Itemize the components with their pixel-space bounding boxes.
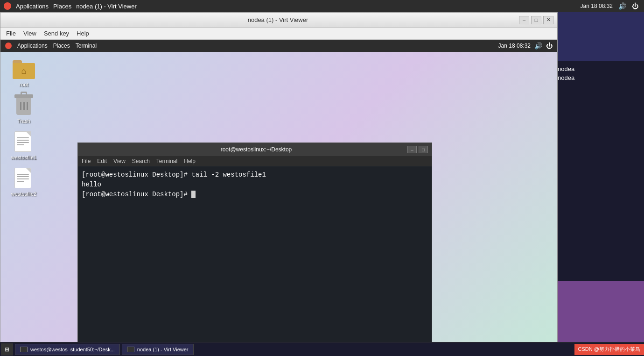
host-task-btn-1[interactable]: westos@westos_student50:~/Desk... [15, 344, 120, 355]
icon-label-trash: Trash [17, 118, 30, 124]
guest-apps-icon [5, 43, 12, 49]
host-topbar-left: Applications Places nodea (1) - Virt Vie… [0, 2, 137, 10]
host-places-label[interactable]: Places [53, 3, 71, 10]
folder-home-icon: ⌂ [21, 66, 27, 76]
host-datetime: Jan 18 08:32 [581, 3, 613, 9]
terminal-body[interactable]: [root@westoslinux Desktop]# tail -2 west… [78, 166, 432, 356]
terminal-menu-search[interactable]: Search [132, 158, 150, 164]
virt-close-button[interactable]: ✕ [543, 16, 553, 24]
terminal-menu-file[interactable]: File [82, 158, 91, 164]
guest-power-icon[interactable]: ⏻ [546, 42, 553, 50]
virt-viewer-window: nodea (1) - Virt Viewer – □ ✕ File View … [0, 12, 558, 356]
guest-topbar: Applications Places Terminal Jan 18 08:3… [0, 40, 557, 52]
terminal-menu-terminal[interactable]: Terminal [156, 158, 177, 164]
terminal-menu-edit[interactable]: Edit [97, 158, 107, 164]
power-icon[interactable]: ⏻ [632, 2, 638, 10]
terminal-maximize-button[interactable]: □ [419, 146, 428, 153]
virt-minimize-button[interactable]: – [519, 16, 529, 24]
virt-titlebar-title: nodea (1) - Virt Viewer [37, 16, 519, 23]
virt-menu-file[interactable]: File [6, 30, 16, 37]
desktop-icon-westosfile2[interactable]: westosfile2 [5, 168, 42, 197]
icon-label-westosfile2: westosfile2 [11, 191, 36, 197]
host-bottom-icon-symbol: ⊞ [5, 346, 9, 353]
terminal-prompt-2: [root@westoslinux Desktop]# [82, 191, 191, 198]
terminal-line-2: hello [82, 180, 428, 190]
desktop-icon-root[interactable]: ⌂ root [5, 58, 42, 87]
csdn-label: CSDN @努力扑腾的小菜鸟 [578, 346, 640, 353]
trash-icon [13, 95, 35, 117]
desktop-icon-trash[interactable]: Trash [5, 95, 42, 124]
host-topbar-right: Jan 18 08:32 🔊 ⏻ [581, 2, 644, 10]
folder-body: ⌂ [13, 63, 35, 79]
guest-volume-icon[interactable]: 🔊 [534, 42, 542, 50]
guest-terminal-label[interactable]: Terminal [76, 43, 97, 49]
terminal-line-1: [root@westoslinux Desktop]# tail -2 west… [82, 170, 428, 180]
host-task-label-2: nodea (1) - Virt Viewer [137, 347, 189, 352]
terminal-menu-help[interactable]: Help [184, 158, 196, 164]
terminal-menubar: File Edit View Search Terminal Help [78, 156, 432, 166]
trash-handle-icon [21, 92, 27, 95]
terminal-titlebar: root@westoslinux:~/Desktop – □ [78, 143, 432, 156]
terminal-menu-view[interactable]: View [113, 158, 126, 164]
desktop-icon-westosfile1[interactable]: westosfile1 [5, 131, 42, 160]
trash-body [16, 97, 31, 115]
host-bottombar: ⊞ westos@westos_student50:~/Desk... node… [0, 342, 644, 356]
right-panel-list: nodea nodea [553, 61, 644, 88]
virt-menu-help[interactable]: Help [77, 30, 89, 37]
guest-places-label[interactable]: Places [53, 43, 70, 49]
terminal-cursor [191, 191, 196, 198]
virt-menu-view[interactable]: View [23, 30, 36, 37]
icon-label-root: root [20, 82, 28, 87]
terminal-title: root@westoslinux:~/Desktop [105, 146, 407, 153]
host-apps-label[interactable]: Applications [16, 3, 49, 10]
csdn-badge: CSDN @努力扑腾的小菜鸟 [574, 344, 644, 355]
host-window-title: nodea (1) - Virt Viewer [76, 3, 137, 10]
virt-titlebar: nodea (1) - Virt Viewer – □ ✕ [0, 13, 557, 28]
terminal-line-3: [root@westoslinux Desktop]# [82, 190, 428, 199]
terminal-controls: – □ [407, 146, 428, 153]
virt-titlebar-controls: – □ ✕ [519, 16, 553, 24]
terminal-prompt-1: [root@westoslinux Desktop]# tail -2 west… [82, 171, 266, 178]
host-apps-icon [4, 2, 11, 10]
host-task-label-1: westos@westos_student50:~/Desk... [30, 347, 115, 352]
terminal-minimize-button[interactable]: – [407, 146, 417, 153]
guest-apps-label[interactable]: Applications [17, 43, 48, 49]
file-icon-2 [13, 168, 35, 190]
guest-topbar-left: Applications Places Terminal [5, 43, 97, 49]
virt-maximize-button[interactable]: □ [531, 16, 541, 24]
right-panel-item-1[interactable]: nodea [558, 65, 639, 72]
file-icon-1 [13, 131, 35, 154]
file-lines-1 [15, 132, 31, 149]
folder-icon-root: ⌂ [13, 58, 35, 81]
host-bottom-icon[interactable]: ⊞ [1, 343, 13, 356]
guest-desktop: Applications Places Terminal Jan 18 08:3… [0, 40, 557, 356]
volume-icon[interactable]: 🔊 [618, 2, 626, 10]
guest-topbar-right: Jan 18 08:32 🔊 ⏻ [498, 42, 553, 50]
file-lines-2 [15, 168, 31, 185]
guest-datetime: Jan 18 08:32 [498, 43, 531, 49]
icon-label-westosfile1: westosfile1 [11, 155, 36, 160]
virt-menubar: File View Send key Help [0, 28, 557, 40]
host-task-icon-2 [127, 347, 134, 352]
terminal-window: root@westoslinux:~/Desktop – □ File Edit… [77, 142, 432, 356]
trash-lines [20, 102, 28, 110]
host-topbar: Applications Places nodea (1) - Virt Vie… [0, 0, 644, 12]
virt-menu-sendkey[interactable]: Send key [44, 30, 69, 37]
host-task-icon-1 [20, 347, 28, 352]
file-body-2 [14, 168, 31, 188]
host-task-btn-2[interactable]: nodea (1) - Virt Viewer [122, 344, 194, 355]
terminal-output-hello: hello [82, 181, 101, 188]
file-body-1 [14, 131, 31, 152]
right-panel: top nodea nodea [553, 0, 644, 356]
desktop-icons: ⌂ root [5, 58, 42, 197]
right-panel-item-2[interactable]: nodea [558, 74, 639, 81]
